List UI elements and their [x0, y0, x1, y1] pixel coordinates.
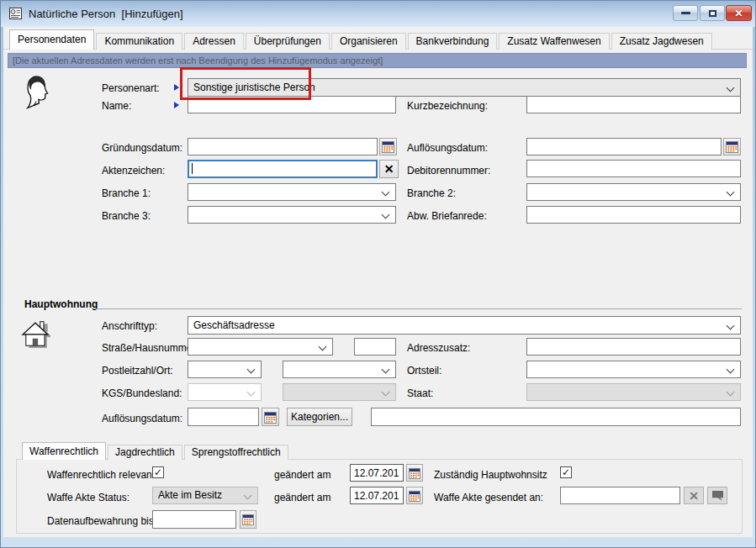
- sub-tab-bar: Waffenrechtlich Jagdrechtlich Sprengstof…: [16, 441, 743, 459]
- text-caret: [192, 163, 193, 174]
- chevron-down-icon: [382, 188, 390, 197]
- minimize-button[interactable]: [673, 5, 698, 21]
- section-divider: [93, 308, 742, 309]
- notice-bar: [Die aktuellen Adressdaten werden erst n…: [8, 53, 747, 68]
- waffe-akte-status-label: Waffe Akte Status:: [47, 492, 130, 503]
- subtab-waffenrechtlich[interactable]: Waffenrechtlich: [22, 442, 106, 460]
- branche3-label: Branche 3:: [102, 210, 151, 222]
- hauptwohnung-section-title: Hauptwohnung: [24, 298, 98, 310]
- bundesland-select-disabled: [283, 383, 396, 401]
- abw-briefanrede-label: Abw. Briefanrede:: [407, 210, 487, 222]
- required-arrow-icon: [174, 84, 179, 91]
- aktenzeichen-input[interactable]: [188, 160, 378, 178]
- person-document-icon: [8, 6, 24, 22]
- kurzbezeichnung-input[interactable]: [526, 96, 741, 113]
- ortsteil-select[interactable]: [526, 361, 741, 378]
- plz-ort-label: Postleitzahl/Ort:: [102, 365, 173, 377]
- geaendert-am-1-calendar-button[interactable]: [406, 464, 423, 482]
- strasse-select[interactable]: [188, 338, 333, 356]
- kategorien-button[interactable]: Kategorien...: [287, 408, 352, 426]
- anschrifttyp-value: Geschäftsadresse: [193, 317, 275, 334]
- waffe-akte-gesendet-clear-button: ✕: [684, 487, 704, 504]
- tab-ueberpruefungen[interactable]: Überprüfungen: [246, 33, 330, 50]
- tab-organisieren[interactable]: Organisieren: [331, 33, 406, 50]
- tab-zusatz-jagdwesen[interactable]: Zusatz Jagdwesen: [611, 33, 712, 50]
- chevron-down-icon: [727, 366, 735, 374]
- chevron-down-icon: [382, 388, 390, 397]
- annotation-highlight-box: [180, 67, 311, 100]
- geaendert-am-2-calendar-button[interactable]: [406, 487, 423, 504]
- aktenzeichen-clear-button[interactable]: ✕: [379, 160, 399, 178]
- geaendert-am-2-input[interactable]: [350, 487, 404, 504]
- adresszusatz-input[interactable]: [526, 338, 741, 356]
- gruendungsdatum-input[interactable]: [188, 138, 378, 155]
- gruendungsdatum-calendar-button[interactable]: [379, 138, 397, 155]
- postleitzahl-select[interactable]: [188, 361, 262, 378]
- kurzbezeichnung-label: Kurzbezeichnung:: [407, 100, 488, 112]
- zustaendig-hauptwohnsitz-label: Zuständig Hauptwohnsitz: [434, 469, 547, 481]
- tab-bankverbindung[interactable]: Bankverbindung: [408, 33, 498, 50]
- close-button[interactable]: ✕: [726, 5, 752, 21]
- zustaendig-hauptwohnsitz-checkbox[interactable]: ✓: [560, 466, 572, 478]
- chevron-down-icon: [382, 366, 390, 374]
- geaendert-am-label-2: geändert am: [274, 492, 330, 503]
- branche3-select[interactable]: [188, 206, 396, 224]
- required-arrow-icon: [174, 102, 179, 108]
- chevron-down-icon: [247, 366, 256, 374]
- checkmark-icon: ✓: [562, 467, 570, 477]
- tab-personendaten[interactable]: Personendaten: [9, 29, 94, 50]
- ort-select[interactable]: [283, 361, 396, 378]
- tab-kommunikation[interactable]: Kommunikation: [96, 33, 182, 50]
- subtab-jagdrechtlich[interactable]: Jagdrechtlich: [108, 445, 182, 460]
- aktenzeichen-label: Aktenzeichen:: [102, 165, 165, 177]
- kgs-bundesland-label: KGS/Bundesland:: [102, 387, 182, 399]
- waffenrechtlich-relevant-label: Waffenrechtlich relevant: [47, 469, 155, 481]
- aufloesungsdatum-calendar-button[interactable]: [723, 138, 741, 155]
- tab-adressen[interactable]: Adressen: [184, 33, 244, 50]
- debitorennummer-input[interactable]: [526, 160, 741, 177]
- window-title: Natürliche Person [Hinzufügen]: [29, 8, 183, 20]
- main-tab-bar: Personendaten Kommunikation Adressen Übe…: [3, 29, 753, 50]
- restore-icon: [709, 10, 716, 17]
- subtab-sprengstoffrechtlich[interactable]: Sprengstoffrechtlich: [184, 445, 288, 460]
- chevron-down-icon: [319, 343, 327, 351]
- chevron-down-icon: [727, 188, 735, 197]
- abw-briefanrede-input[interactable]: [526, 206, 741, 224]
- chevron-down-icon: [727, 322, 735, 330]
- kgs-select-disabled: [188, 383, 262, 401]
- chevron-down-icon: [382, 211, 390, 219]
- hw-aufloesungsdatum-input[interactable]: [188, 408, 259, 426]
- waffe-akte-gesendet-input[interactable]: [560, 487, 680, 504]
- ortsteil-label: Ortsteil:: [407, 365, 441, 377]
- chevron-down-icon: [727, 388, 735, 397]
- geaendert-am-label-1: geändert am: [274, 469, 330, 481]
- geaendert-am-1-input[interactable]: [350, 464, 404, 482]
- calendar-icon: [264, 411, 277, 424]
- clear-x-icon: ✕: [384, 163, 394, 175]
- datenaufbewahrung-calendar-button[interactable]: [240, 510, 256, 529]
- house-icon: [21, 318, 51, 351]
- waffe-akte-status-select-disabled: Akte im Besitz: [152, 487, 258, 504]
- hausnummer-input[interactable]: [354, 338, 396, 356]
- restore-button[interactable]: [700, 5, 725, 21]
- tab-zusatz-waffenwesen[interactable]: Zusatz Waffenwesen: [499, 33, 609, 50]
- waffe-akte-gesendet-label: Waffe Akte gesendet an:: [434, 492, 543, 503]
- hw-aufloesungsdatum-calendar-button[interactable]: [262, 408, 279, 426]
- branche1-select[interactable]: [188, 183, 396, 201]
- aufloesungsdatum-label: Auflösungsdatum:: [407, 142, 488, 154]
- gruendungsdatum-label: Gründungsdatum:: [102, 142, 182, 154]
- datenaufbewahrung-input[interactable]: [152, 510, 236, 529]
- anschrifttyp-select[interactable]: Geschäftsadresse: [188, 316, 741, 335]
- name-label: Name:: [102, 100, 131, 112]
- app-window: Natürliche Person [Hinzufügen] ✕ Persone…: [0, 0, 756, 548]
- branche2-select[interactable]: [526, 183, 741, 201]
- clear-x-icon: ✕: [689, 490, 699, 502]
- chevron-down-icon: [247, 388, 256, 397]
- waffenrechtlich-relevant-checkbox[interactable]: ✓: [152, 466, 164, 478]
- kategorien-input[interactable]: [371, 408, 741, 426]
- strasse-label: Straße/Hausnummer:: [102, 342, 198, 354]
- aufloesungsdatum-input[interactable]: [526, 138, 722, 155]
- calendar-icon: [382, 140, 394, 153]
- waffe-akte-gesendet-lookup-button: [707, 487, 727, 504]
- calendar-icon: [242, 514, 254, 525]
